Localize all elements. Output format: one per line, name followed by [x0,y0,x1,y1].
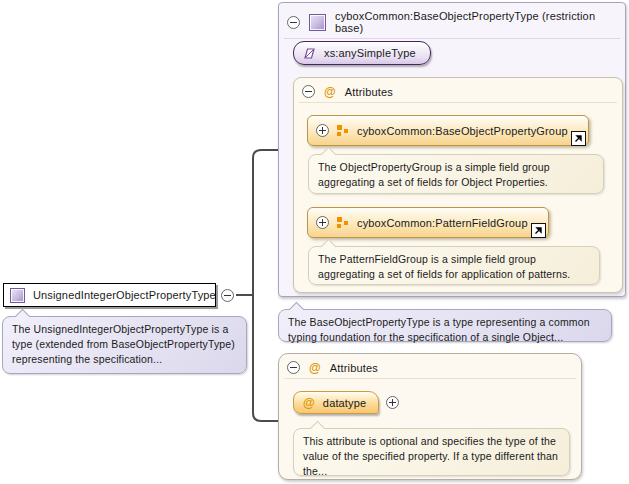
attribute-group-row[interactable]: cyboxCommon:BaseObjectPropertyGroup [307,115,589,146]
attribute-name: datatype [323,397,366,409]
reference-arrow-icon[interactable] [531,223,546,238]
at-icon: @ [309,362,321,374]
attributes-group-box: @ Attributes cyboxCommon:BaseObjectPrope… [293,77,623,293]
at-icon: @ [303,397,315,409]
annotation-text: The UnsignedIntegerObjectPropertyType is… [12,323,235,365]
attribute-pill[interactable]: @ datatype [293,391,379,414]
collapse-toggle[interactable] [302,85,315,98]
simple-type-label: xs:anySimpleType [324,47,416,59]
base-type-annotation-callout: The BaseObjectPropertyType is a type rep… [278,309,612,342]
group-annotation-callout: The ObjectPropertyGroup is a simple fiel… [308,154,604,194]
annotation-text: The PatternFieldGroup is a simple field … [318,253,570,280]
panel-header: cyboxCommon:BaseObjectPropertyType (rest… [279,3,625,38]
attribute-annotation-callout: This attribute is optional and specifies… [293,428,570,476]
group-icon [337,124,349,137]
attributes-header: @ Attributes [294,78,622,102]
collapse-toggle[interactable] [287,361,300,374]
expand-toggle[interactable] [316,124,329,137]
callout-pointer [321,147,337,163]
simple-type-icon [303,47,316,60]
separator [299,102,617,103]
annotation-text: The BaseObjectPropertyType is a type rep… [288,316,590,343]
complex-type-icon [10,288,25,303]
at-icon: @ [324,86,336,98]
collapse-toggle[interactable] [221,289,234,302]
attributes-header: @ Attributes [279,354,581,378]
complex-type-icon [309,14,326,31]
collapse-toggle[interactable] [287,16,300,29]
annotation-text: The ObjectPropertyGroup is a simple fiel… [318,161,550,188]
group-annotation-callout: The PatternFieldGroup is a simple field … [308,246,600,285]
element-label: UnsignedIntegerObjectPropertyType [33,289,216,301]
attribute-group-row[interactable]: cyboxCommon:PatternFieldGroup [307,207,549,238]
expand-toggle[interactable] [386,396,399,409]
panel-title: cyboxCommon:BaseObjectPropertyType (rest… [335,10,619,34]
separator [284,378,576,379]
callout-pointer [321,239,337,255]
element-box[interactable]: UnsignedIntegerObjectPropertyType [3,283,216,307]
annotation-text: This attribute is optional and specifies… [303,435,558,477]
attributes-label: Attributes [345,86,393,98]
schema-diagram: UnsignedIntegerObjectPropertyType The Un… [0,0,629,484]
element-annotation-callout: The UnsignedIntegerObjectPropertyType is… [2,316,247,374]
callout-pointer [310,421,326,437]
attribute-row: @ datatype [293,391,399,414]
separator [284,38,620,39]
group-name: cyboxCommon:PatternFieldGroup [357,217,528,229]
group-icon [337,216,349,229]
attributes-label: Attributes [330,362,378,374]
base-type-panel: cyboxCommon:BaseObjectPropertyType (rest… [278,2,626,297]
reference-arrow-icon[interactable] [571,131,586,146]
group-name: cyboxCommon:BaseObjectPropertyGroup [357,125,568,137]
expand-toggle[interactable] [316,216,329,229]
simple-type-pill[interactable]: xs:anySimpleType [293,41,431,65]
attributes-panel: @ Attributes @ datatype This attribute i… [278,353,582,480]
